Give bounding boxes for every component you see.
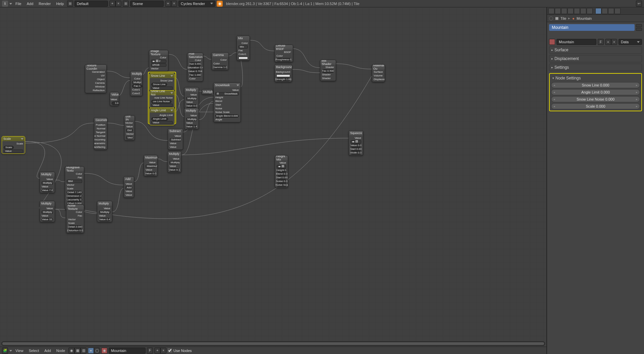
color-swatch[interactable] [238,57,248,59]
tab-world-icon[interactable] [561,8,567,14]
shader-tree-button[interactable]: ◉ [68,348,74,354]
node-dropdown[interactable]: Multiply [186,97,197,100]
node-dropdown[interactable]: Subtract [170,138,181,141]
use-nodes-checkbox[interactable]: Use Nodes [168,348,192,353]
node-mix-shader[interactable]: Mix Shader Shader Fac 0.500 Shader Shade… [320,60,336,81]
node-musgrave-texture[interactable]: Musgrave Textu Color Fac fBM Vector Scal… [65,166,84,210]
material-name-input[interactable]: Mountain [556,39,596,45]
node-math-multiply-e[interactable]: Multiply Value Multiply Value Value 33. [40,201,55,222]
tab-modifiers-icon[interactable] [580,8,586,14]
node-math-subtract[interactable]: Subtract Value Subtract Value Value [168,128,183,150]
node-math-multiply-a[interactable]: Multiply Value Multiply Value Value 0.0 [184,87,199,109]
crumb-material[interactable]: Mountain [577,16,592,20]
node-dropdown[interactable]: Multiply [42,181,53,185]
world-type-button[interactable]: ◯ [94,348,100,354]
info-icon[interactable]: ℹ [2,1,8,7]
link-data-dropdown[interactable]: Data [619,39,642,45]
node-math-multiply-f[interactable]: Multiply Value Multiply Value Value 0.4 [97,201,112,222]
material-slot-remove-button[interactable] [636,28,642,31]
tab-particles-icon[interactable] [608,8,614,14]
tab-object-icon[interactable] [568,8,574,14]
node-noise-texture[interactable]: Noise Texture Color Fac Vector Scale Det… [66,204,84,233]
node-image-texture[interactable]: Image Texture Color ◂▸ 🖼 F sRGB Vector [149,50,168,71]
editor-type-icon[interactable]: 🧩 [2,348,8,354]
node-snow-line-noise[interactable]: Snow Line Noi now Line Noise ow Line Noi… [149,90,175,108]
node-group-heightmix[interactable]: Height Mix Value ◂▸ 🖼 Height 0. Blend 0.… [275,155,288,188]
node-dropdown[interactable]: Multipl [132,81,141,84]
slider-angle-limit[interactable]: Angle Limit 0.000 [551,89,640,95]
material-browse-icon[interactable]: ◉ [101,348,107,354]
node-group-snowmask[interactable]: SnowMask Value ⊞SnowMask Height Blend St… [213,82,241,122]
node-dropdown[interactable]: Value [151,86,173,90]
material-name-field[interactable]: Mountain [109,348,146,354]
slider-scale[interactable]: Scale 0.000 [551,103,640,109]
node-gamma[interactable]: Gamma Color Color Gamma 1.0 [211,52,229,70]
node-dropdown[interactable]: sRGB [151,63,166,67]
node-dropdown[interactable]: Dot [126,129,133,132]
node-dropdown[interactable]: Value [151,121,173,124]
node-hue-saturation[interactable]: Hue Saturation Color Hue 0.491 Saturatio… [187,53,203,81]
render-engine-dropdown[interactable]: Cycles Render [178,1,215,7]
node-settings-title[interactable]: Node Settings [551,75,640,81]
scene-del-button[interactable]: × [171,1,177,7]
menu-add[interactable]: Add [25,1,36,6]
tab-data-icon[interactable] [587,8,593,14]
material-del-button[interactable]: × [160,348,166,354]
image-browse-buttons[interactable]: ◂▸ 🖼 F [151,60,166,63]
tab-scene-icon[interactable] [555,8,561,14]
menu-view[interactable]: View [13,348,25,353]
node-texture-coordinate[interactable]: Texture Coordin Generated UV Object Came… [85,64,107,93]
dropdown-icon[interactable] [9,2,12,5]
node-dot-product[interactable]: Dot Pr Vector Value Dot Vector Vect [124,115,135,140]
tab-render-icon[interactable] [548,8,554,14]
node-dropdown[interactable]: Multiply [169,161,179,164]
node-editor-area[interactable]: Scale Scale Scale Value Texture Coordin … [0,7,547,354]
dropdown-icon[interactable] [9,349,12,352]
crumb-object[interactable]: Tile [560,16,566,20]
color-swatch[interactable] [276,74,290,77]
node-math-maximum[interactable]: Maximum Value Maximum Value Value 0.0 [144,155,158,176]
node-angle-limit[interactable]: Angle Limit Angle Limit Angle Limit Valu… [149,108,175,125]
node-dropdown[interactable]: Add [125,186,132,189]
node-dropdown[interactable]: fBM [67,180,82,183]
menu-add-bottom[interactable]: Add [42,348,53,353]
section-surface[interactable]: Surface [549,46,642,54]
node-mix[interactable]: Mix Color Mix Fac Color1 [236,36,250,61]
material-slot-add-button[interactable] [636,24,642,27]
screen-layout-field[interactable]: Default [74,1,108,7]
node-mixrgb-multiply[interactable]: Multiply Color Multipl Fac:1 Color1 Colo… [130,71,143,96]
material-browse-icon[interactable] [549,39,555,45]
texture-tree-button[interactable]: ▥ [80,348,87,354]
node-dropdown[interactable]: Maximum [146,165,156,168]
material-slot-selected[interactable]: Mountain [549,24,635,31]
section-settings[interactable]: Settings [549,64,642,71]
node-geometry[interactable]: Geometry Position Normal Tangent True No… [94,117,107,150]
node-scale[interactable]: Scale Scale Scale Value [2,136,25,154]
node-math-add[interactable]: Add Value Add Value Value [123,176,134,198]
compositor-tree-button[interactable]: ▦ [74,348,80,354]
node-value[interactable]: Value Value 3.6 [110,92,119,106]
node-math-multiply-c[interactable]: Multiply [202,89,213,95]
node-value-field[interactable]: 3.6 [112,102,119,105]
node-math-multiply-b[interactable]: Multiply Value Multiply Value Value 1.4 [184,108,199,129]
node-group-squeeze[interactable]: Squeeze Value ◂▸ 🖼 Value 0.0 Start 0.00 … [348,130,363,156]
back-to-previous-button[interactable]: ↩ [636,1,642,7]
material-new-button[interactable]: + [605,39,611,45]
tab-texture-icon[interactable] [602,8,608,14]
node-material-output[interactable]: Material Ou Surface Volume Displacemen [372,64,385,82]
scene-browse-icon[interactable]: ⊞ [123,1,129,7]
node-background[interactable]: Background Background Strength 1.00 [274,64,292,82]
slider-snow-line[interactable]: Snow Line 0.000 [551,82,640,88]
node-diffuse-bsdf[interactable]: Diffuse BSDF BSDF Color Roughness 0. [274,45,293,62]
menu-render[interactable]: Render [37,1,53,6]
material-add-button[interactable]: + [154,348,160,354]
screen-add-button[interactable]: + [109,1,115,7]
pin-icon[interactable] [549,16,553,20]
menu-select[interactable]: Select [27,348,41,353]
scene-field[interactable]: Scene [130,1,164,7]
fake-user-button[interactable]: F [598,39,604,45]
material-unlink-button[interactable]: × [611,39,617,45]
slider-snow-line-noise[interactable]: Snow Line Noise 0.000 [551,96,640,102]
node-dropdown[interactable]: Value [4,150,23,153]
fake-user-button[interactable]: F [147,348,153,354]
